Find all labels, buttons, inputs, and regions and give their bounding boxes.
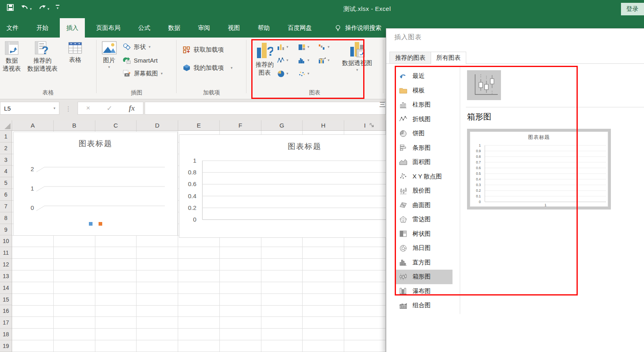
row-header[interactable]: 11 bbox=[0, 247, 12, 259]
pivot-chart-icon bbox=[349, 41, 365, 57]
formula-bar-resize-handle[interactable]: ⋮ bbox=[65, 105, 71, 113]
insert-statistic-chart-button[interactable]: ▾ bbox=[298, 54, 318, 67]
ribbon-tab[interactable]: 公式 bbox=[132, 18, 157, 38]
ribbon-tab[interactable]: 开始 bbox=[30, 18, 55, 38]
row-header[interactable]: 3 bbox=[0, 154, 12, 166]
smartart-button[interactable]: SmartArt bbox=[123, 55, 158, 65]
row-header[interactable]: 10 bbox=[0, 235, 12, 247]
chart-type-item[interactable]: 旭日图 bbox=[396, 241, 452, 256]
name-box[interactable]: L5 ▾ bbox=[0, 102, 59, 115]
chart-type-item[interactable]: 组合图 bbox=[396, 298, 452, 313]
column-header[interactable]: E bbox=[178, 120, 220, 130]
insert-waterfall-chart-button[interactable]: ▾ bbox=[318, 40, 339, 54]
insert-column-chart-button[interactable]: ▾ bbox=[277, 40, 298, 54]
chart-type-item[interactable]: 折线图 bbox=[396, 112, 452, 127]
redo-button[interactable]: ▾ bbox=[38, 4, 50, 11]
y-tick-label: 1 bbox=[31, 179, 34, 198]
chart-type-item[interactable]: 面积图 bbox=[396, 155, 452, 170]
chart-type-item[interactable]: X Y 散点图 bbox=[396, 170, 452, 184]
y-tick-label: 0.6 bbox=[188, 178, 196, 190]
worksheet-chart-1[interactable]: 图表标题 210 bbox=[13, 132, 178, 236]
pivot-table-button[interactable]: 数据 透视表 bbox=[1, 38, 23, 73]
undo-button[interactable]: ▾ bbox=[21, 4, 32, 11]
insert-line-chart-button[interactable]: ▾ bbox=[277, 54, 298, 67]
ribbon-tab[interactable]: 帮助 bbox=[251, 18, 276, 38]
column-header[interactable]: A bbox=[12, 120, 54, 130]
insert-scatter-chart-button[interactable]: ▾ bbox=[298, 67, 318, 80]
screenshot-button[interactable]: 屏幕截图 ▾ bbox=[123, 68, 163, 79]
chart-type-item[interactable]: 曲面图 bbox=[396, 198, 452, 213]
undo-dropdown-arrow[interactable]: ▾ bbox=[30, 7, 32, 11]
row-header[interactable]: 13 bbox=[0, 270, 12, 282]
chart-type-item[interactable]: 瀑布图 bbox=[396, 284, 452, 299]
picture-button[interactable]: 图片 ▾ bbox=[99, 38, 120, 69]
dialog-tab[interactable]: 推荐的图表 bbox=[389, 52, 431, 64]
row-header[interactable]: 2 bbox=[0, 142, 12, 154]
row-header[interactable]: 17 bbox=[0, 317, 12, 329]
chart-type-item[interactable]: 条形图 bbox=[396, 141, 452, 155]
row-header[interactable]: 1 bbox=[0, 131, 12, 142]
row-header[interactable]: 8 bbox=[0, 212, 12, 224]
chart-type-item[interactable]: 最近 bbox=[396, 69, 452, 84]
sign-in-button[interactable]: 登录 bbox=[621, 3, 644, 15]
column-header[interactable]: D bbox=[137, 120, 178, 130]
ribbon-tab[interactable]: 视图 bbox=[221, 18, 246, 38]
column-header[interactable]: B bbox=[54, 120, 95, 130]
chart-type-item[interactable]: 雷达图 bbox=[396, 212, 452, 227]
chart-type-item[interactable]: 树状图 bbox=[396, 227, 452, 241]
insert-pie-chart-button[interactable]: ▾ bbox=[277, 67, 298, 80]
ribbon-tab[interactable]: 文件 bbox=[0, 18, 25, 38]
box-whisker-subtype-thumbnail[interactable] bbox=[467, 70, 501, 100]
charts-dialog-launcher[interactable] bbox=[369, 122, 375, 128]
table-button[interactable]: 表格 bbox=[63, 38, 87, 64]
shapes-button[interactable]: 形状 ▾ bbox=[123, 42, 151, 52]
ribbon-tab[interactable]: 百度网盘 bbox=[281, 18, 318, 38]
ribbon-tab[interactable]: 插入 bbox=[60, 18, 85, 38]
redo-dropdown-arrow[interactable]: ▾ bbox=[48, 7, 50, 11]
column-header[interactable]: G bbox=[261, 120, 303, 130]
row-header[interactable]: 15 bbox=[0, 294, 12, 306]
name-box-dropdown-arrow[interactable]: ▾ bbox=[53, 107, 55, 110]
ribbon-tab[interactable]: 审阅 bbox=[192, 18, 217, 38]
row-header[interactable]: 14 bbox=[0, 282, 12, 294]
insert-combo-chart-button[interactable]: ▾ bbox=[318, 54, 339, 67]
column-header[interactable]: F bbox=[220, 120, 261, 130]
pivot-chart-button[interactable]: 数据透视图 ▾ bbox=[340, 38, 374, 72]
save-icon[interactable] bbox=[6, 4, 14, 11]
row-header[interactable]: 7 bbox=[0, 201, 12, 212]
row-header[interactable]: 4 bbox=[0, 166, 12, 177]
row-header[interactable]: 12 bbox=[0, 259, 12, 270]
get-addins-button[interactable]: 获取加载项 bbox=[183, 44, 224, 55]
row-header[interactable]: 9 bbox=[0, 224, 12, 236]
chart-type-item[interactable]: 柱形图 bbox=[396, 98, 452, 112]
row-header[interactable]: 5 bbox=[0, 177, 12, 189]
dialog-tab[interactable]: 所有图表 bbox=[431, 52, 466, 64]
tell-me-search[interactable]: 操作说明搜索 bbox=[335, 18, 381, 38]
row-header[interactable]: 18 bbox=[0, 329, 12, 340]
chart-type-item[interactable]: 模板 bbox=[396, 84, 452, 98]
insert-hierarchy-chart-button[interactable]: ▾ bbox=[298, 40, 318, 54]
row-header[interactable]: 16 bbox=[0, 305, 12, 317]
recommended-pivot-button[interactable]: ? 推荐的 数据透视表 bbox=[23, 38, 62, 73]
select-all-button[interactable] bbox=[0, 120, 12, 130]
column-header[interactable]: H bbox=[303, 120, 344, 130]
chart-type-item[interactable]: 直方图 bbox=[396, 256, 452, 270]
my-addins-button[interactable]: 我的加载项 ▾ bbox=[183, 63, 233, 73]
column-header[interactable]: I bbox=[344, 120, 386, 130]
ribbon-tab[interactable]: 页面布局 bbox=[90, 18, 127, 38]
cancel-icon[interactable]: × bbox=[86, 104, 90, 112]
customize-qat-icon[interactable]: ▾ bbox=[56, 5, 59, 10]
row-header[interactable]: 6 bbox=[0, 189, 12, 201]
ribbon-tab[interactable]: 数据 bbox=[162, 18, 187, 38]
recommended-charts-button[interactable]: ? 推荐的 图表 bbox=[253, 38, 276, 77]
formula-input[interactable] bbox=[145, 102, 386, 115]
chart-type-item[interactable]: 箱形图 bbox=[396, 270, 452, 284]
chart-preview[interactable]: 图表标题 10.90.80.70.60.50.40.30.20.10 1 bbox=[467, 129, 611, 210]
column-header[interactable]: C bbox=[95, 120, 137, 130]
chart-type-item[interactable]: 饼图 bbox=[396, 126, 452, 141]
chart-type-item[interactable]: 股价图 bbox=[396, 184, 452, 198]
enter-icon[interactable]: ✓ bbox=[107, 104, 112, 113]
shapes-dropdown-arrow: ▾ bbox=[149, 45, 151, 49]
row-header[interactable]: 19 bbox=[0, 340, 12, 352]
insert-function-icon[interactable]: fx bbox=[129, 104, 135, 113]
